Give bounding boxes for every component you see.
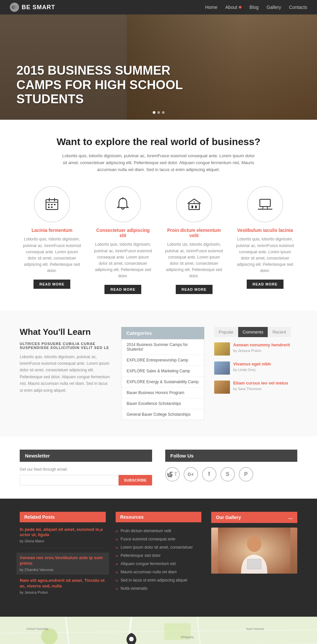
social-icons: 𝕋 G+ f S P xyxy=(165,467,298,482)
related-post-2: Aenean nec eros.Vestibulum ante ip sum p… xyxy=(16,553,109,575)
map-section: Oxford Township Morristown Whippany East… xyxy=(0,617,317,644)
resource-item-1[interactable]: Proin dictum elementum velit xyxy=(116,527,202,535)
facebook-icon[interactable]: f xyxy=(202,467,216,482)
recent-posts-list: Aenean nonummy hendrerit by Jessica Prst… xyxy=(214,342,297,394)
svg-point-31 xyxy=(41,628,57,644)
feature-card-4: Vestibulum iaculis lacinia Lobortis quis… xyxy=(233,186,297,294)
recent-post-author-2: by Linda Grey xyxy=(233,368,271,372)
newsletter-block: Newsletter Get our feed through email. S… xyxy=(20,450,152,485)
category-item-1[interactable]: 2014 Business Summer Camps for Students! xyxy=(122,339,204,355)
recent-post-3: Etiam cursus leo vel metus by Sara Thoms… xyxy=(214,381,297,394)
nav-home[interactable]: Home xyxy=(205,5,217,10)
feature-icon-calendar xyxy=(34,186,70,222)
category-item-6[interactable]: Bauer Excellence Scholarships xyxy=(122,398,204,409)
learn-left: What You'll Learn ULTRICES POSUERE CUBIL… xyxy=(20,327,111,420)
category-item-7[interactable]: General Bauer College Scholarships xyxy=(122,409,204,420)
nav-contacts[interactable]: Contacts xyxy=(289,5,307,10)
read-more-btn-3[interactable]: READ MORE xyxy=(176,285,213,294)
follow-title: Follow Us xyxy=(165,450,298,462)
skype-icon[interactable]: S xyxy=(220,467,235,482)
feature-title-3: Proin dictum elementum velit xyxy=(165,228,223,238)
learn-title: What You'll Learn xyxy=(20,327,111,337)
tab-popular[interactable]: Popular xyxy=(214,327,238,337)
recent-post-2: Vivamus eget nibh by Linda Grey xyxy=(214,361,297,375)
about-dot-icon xyxy=(239,6,241,9)
resource-item-3[interactable]: Lorem ipsum dolor sit amet, consectetuer xyxy=(116,543,202,552)
newsletter-title: Newsletter xyxy=(20,450,152,462)
gallery-column: Our Gallery ... xyxy=(211,512,297,604)
svg-point-21 xyxy=(247,536,261,552)
recent-post-title-2[interactable]: Vivamus eget nibh xyxy=(233,361,271,367)
sidebar-tabs-block: Popular Comments Recent Aenean nonummy h… xyxy=(214,327,297,420)
related-post-title-1[interactable]: In pede mi, aliquet sit amet, euismod in… xyxy=(20,527,106,538)
feature-desc-1: Lobortis quis, lobortis dignissim, pulvi… xyxy=(23,236,81,274)
category-item-4[interactable]: EXPLORE Energy & Sustainability Camp xyxy=(122,377,204,387)
hero-content: 2015 BUSINESS SUMMER CAMPS FOR HIGH SCHO… xyxy=(16,63,207,107)
categories-block: Categories 2014 Business Summer Camps fo… xyxy=(121,327,204,420)
read-more-btn-4[interactable]: READ MORE xyxy=(247,280,283,289)
logo-icon xyxy=(10,3,19,12)
explore-description: Lobortis quis, lobortis dignissim, pulvi… xyxy=(60,153,257,173)
recent-post-info-2: Vivamus eget nibh by Linda Grey xyxy=(233,361,271,372)
svg-rect-10 xyxy=(51,207,53,208)
learn-subtitle: ULTRICES POSUERE CUBILIA CURAE SUSPENDIS… xyxy=(20,342,111,350)
footer-top: Related Posts In pede mi, aliquet sit am… xyxy=(0,499,317,617)
recent-post-info-1: Aenean nonummy hendrerit by Jessica Prst… xyxy=(233,342,290,353)
category-item-3[interactable]: EXPLORE Sales & Marketing Camp xyxy=(122,366,204,377)
google-plus-icon[interactable]: G+ xyxy=(184,467,198,482)
explore-title: Want to explore the real world of busine… xyxy=(20,136,297,147)
main-nav: Home About Blog Gallery Contacts xyxy=(205,5,307,10)
recent-post-title-3[interactable]: Etiam cursus leo vel metus xyxy=(233,381,288,386)
tab-comments[interactable]: Comments xyxy=(238,327,268,337)
category-item-5[interactable]: Bauer Business Honors Program xyxy=(122,387,204,398)
recent-post-author-1: by Jessica Prston xyxy=(233,349,290,353)
resource-item-6[interactable]: Mauris accumsan nulla vel diam xyxy=(116,568,202,576)
logo[interactable]: BE SMART xyxy=(10,3,55,12)
feature-title-4: Vestibulum iaculis lacinia xyxy=(236,228,294,233)
resource-item-8[interactable]: Nulla venenatis xyxy=(116,584,202,593)
recent-thumb-1 xyxy=(214,342,230,356)
newsletter-email-input[interactable] xyxy=(20,475,119,485)
subscribe-button[interactable]: SUBSCRIBE xyxy=(119,475,152,485)
pinterest-icon[interactable]: P xyxy=(239,467,253,482)
svg-text:Whippany: Whippany xyxy=(181,635,194,639)
resource-item-2[interactable]: Fusce euismod consequat ante xyxy=(116,535,202,543)
newsletter-section: Newsletter Get our feed through email. S… xyxy=(0,436,317,499)
hero-dot-3[interactable] xyxy=(162,111,165,114)
recent-thumb-3 xyxy=(214,381,230,394)
recent-post-1: Aenean nonummy hendrerit by Jessica Prst… xyxy=(214,342,297,356)
tabs-row: Popular Comments Recent xyxy=(214,327,297,337)
hero-dot-1[interactable] xyxy=(153,111,155,114)
hero-dot-2[interactable] xyxy=(157,111,160,114)
read-more-btn-1[interactable]: READ MORE xyxy=(34,280,70,289)
gallery-title: Our Gallery ... xyxy=(211,512,297,523)
resource-item-4[interactable]: Pellentesque sed dolor xyxy=(116,552,202,560)
related-post-title-2[interactable]: Aenean nec eros.Vestibulum ante ip sum p… xyxy=(20,555,106,566)
related-post-title-3[interactable]: Nam elit agna,endrerit sit amet. Tincidu… xyxy=(20,578,106,589)
twitter-icon[interactable]: 𝕋 xyxy=(165,467,180,482)
feature-card-3: Proin dictum elementum velit Lobortis ui… xyxy=(162,186,226,294)
explore-section: Want to explore the real world of busine… xyxy=(0,120,317,310)
svg-point-40 xyxy=(129,637,134,641)
nav-gallery[interactable]: Gallery xyxy=(266,5,281,10)
resources-title: Resources xyxy=(116,512,202,522)
feature-icon-building xyxy=(176,186,212,222)
svg-point-1 xyxy=(13,5,17,9)
feature-title-1: Lacinia fermentum xyxy=(23,228,81,233)
svg-rect-18 xyxy=(260,199,270,207)
gallery-img-inner xyxy=(211,528,297,574)
header: BE SMART Home About Blog Gallery Contact… xyxy=(0,0,317,14)
gallery-more-dots[interactable]: ... xyxy=(288,514,293,520)
recent-post-title-1[interactable]: Aenean nonummy hendrerit xyxy=(233,342,290,348)
nav-about[interactable]: About xyxy=(225,5,242,10)
nav-blog[interactable]: Blog xyxy=(249,5,259,10)
resource-item-5[interactable]: Aliquam congue fermentum nisl xyxy=(116,560,202,568)
read-more-btn-2[interactable]: READ MORE xyxy=(104,285,141,294)
tab-recent[interactable]: Recent xyxy=(268,327,290,337)
category-item-2[interactable]: EXPLORE Entrepreneurship Camp xyxy=(122,355,204,366)
related-post-1: In pede mi, aliquet sit amet, euismod in… xyxy=(20,527,106,548)
resource-item-7[interactable]: Sed in lacus ut enim adipiscing aliquet xyxy=(116,576,202,584)
newsletter-description: Get our feed through email. xyxy=(20,467,152,472)
feature-title-2: Consectetuer adipiscing elit xyxy=(94,228,152,238)
feature-icon-bell xyxy=(105,186,141,222)
